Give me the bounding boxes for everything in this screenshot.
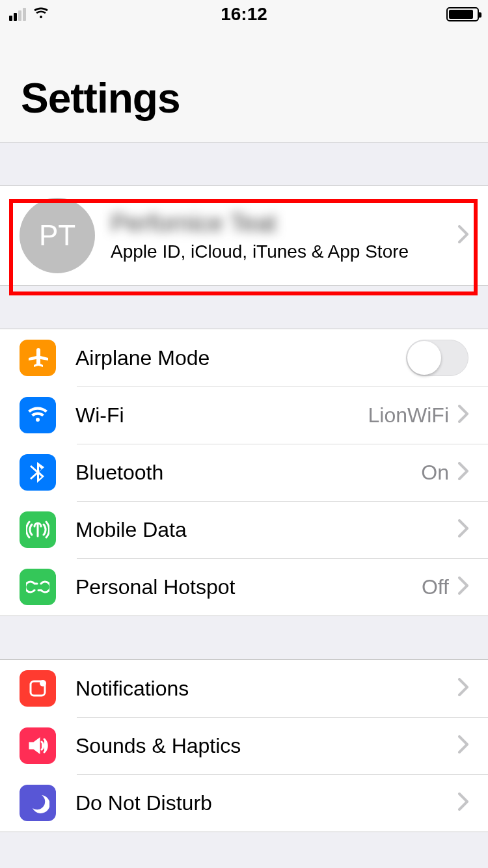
- hotspot-value: Off: [422, 575, 449, 599]
- apple-id-subtitle: Apple ID, iCloud, iTunes & App Store: [111, 241, 458, 262]
- wifi-value: LionWiFi: [368, 403, 449, 427]
- svg-point-1: [40, 680, 46, 686]
- chevron-right-icon: [458, 519, 468, 540]
- notifications-label: Notifications: [75, 677, 458, 701]
- sounds-row[interactable]: Sounds & Haptics: [0, 717, 488, 774]
- do-not-disturb-icon: [20, 785, 56, 821]
- sounds-label: Sounds & Haptics: [75, 734, 458, 758]
- dnd-row[interactable]: Do Not Disturb: [0, 774, 488, 832]
- notifications-row[interactable]: Notifications: [0, 660, 488, 717]
- bluetooth-label: Bluetooth: [75, 461, 421, 485]
- bluetooth-value: On: [421, 461, 449, 485]
- page-title: Settings: [21, 74, 467, 122]
- airplane-icon: [20, 340, 56, 376]
- notifications-group: Notifications Sounds & Haptics Do Not Di…: [0, 659, 488, 832]
- chevron-right-icon: [458, 225, 468, 246]
- apple-id-name: Perfornice Teat: [111, 210, 458, 237]
- cellular-signal-icon: [9, 8, 26, 21]
- chevron-right-icon: [458, 462, 468, 483]
- wifi-label: Wi-Fi: [75, 403, 368, 427]
- notifications-icon: [20, 670, 56, 707]
- mobile-data-icon: [20, 511, 56, 548]
- chevron-right-icon: [458, 576, 468, 597]
- bluetooth-row[interactable]: Bluetooth On: [0, 444, 488, 501]
- dnd-label: Do Not Disturb: [75, 791, 458, 815]
- sounds-icon: [20, 727, 56, 764]
- hotspot-icon: [20, 569, 56, 605]
- bluetooth-icon: [20, 454, 56, 491]
- chevron-right-icon: [458, 735, 468, 756]
- wifi-icon: [20, 397, 56, 433]
- wifi-row[interactable]: Wi-Fi LionWiFi: [0, 387, 488, 444]
- chevron-right-icon: [458, 793, 468, 813]
- battery-icon: [446, 7, 479, 21]
- airplane-mode-label: Airplane Mode: [75, 346, 406, 370]
- section-gap: [0, 142, 488, 185]
- airplane-mode-toggle[interactable]: [406, 340, 468, 376]
- large-title-area: Settings: [0, 29, 488, 142]
- apple-id-group: PT Perfornice Teat Apple ID, iCloud, iTu…: [0, 185, 488, 286]
- status-left: [9, 7, 49, 22]
- connectivity-group: Airplane Mode Wi-Fi LionWiFi Bluetooth O…: [0, 329, 488, 616]
- personal-hotspot-row[interactable]: Personal Hotspot Off: [0, 558, 488, 616]
- airplane-mode-row[interactable]: Airplane Mode: [0, 329, 488, 387]
- chevron-right-icon: [458, 405, 468, 426]
- status-bar: 16:12: [0, 0, 488, 29]
- apple-id-row[interactable]: PT Perfornice Teat Apple ID, iCloud, iTu…: [0, 186, 488, 285]
- hotspot-label: Personal Hotspot: [75, 575, 422, 599]
- mobile-data-row[interactable]: Mobile Data: [0, 501, 488, 558]
- section-gap: [0, 616, 488, 659]
- mobile-data-label: Mobile Data: [75, 518, 449, 542]
- section-gap: [0, 286, 488, 329]
- apple-id-texts: Perfornice Teat Apple ID, iCloud, iTunes…: [111, 210, 458, 262]
- status-right: [446, 7, 479, 21]
- status-time: 16:12: [221, 4, 267, 25]
- wifi-status-icon: [33, 7, 49, 22]
- avatar: PT: [20, 198, 95, 273]
- chevron-right-icon: [458, 678, 468, 699]
